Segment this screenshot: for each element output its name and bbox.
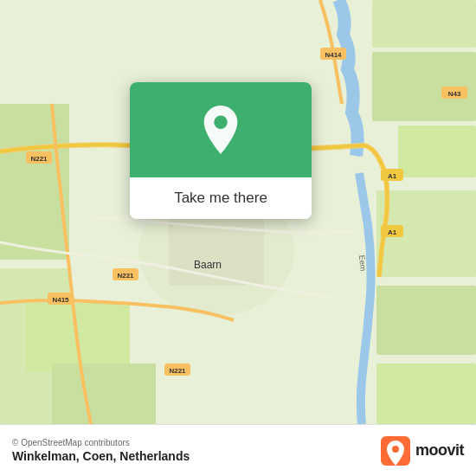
svg-text:N221: N221 (117, 272, 134, 280)
bottom-left-info: © OpenStreetMap contributors Winkelman, … (12, 438, 190, 463)
svg-rect-3 (398, 125, 476, 177)
svg-text:A1: A1 (388, 228, 397, 236)
svg-rect-6 (376, 363, 476, 424)
svg-point-33 (214, 116, 227, 129)
svg-rect-10 (52, 363, 156, 424)
svg-text:Eem: Eem (357, 254, 368, 271)
popup-green-area (130, 82, 312, 177)
svg-rect-5 (376, 286, 476, 355)
svg-text:Baarn: Baarn (194, 259, 222, 271)
popup-card: Take me there (130, 82, 312, 219)
svg-point-35 (392, 446, 399, 453)
svg-text:N221: N221 (30, 155, 48, 163)
take-me-there-button[interactable]: Take me there (130, 177, 312, 219)
svg-rect-2 (372, 0, 476, 48)
svg-text:N221: N221 (169, 367, 186, 375)
moovit-logo: moovit (381, 436, 464, 466)
location-pin-icon (198, 104, 243, 156)
bottom-bar: © OpenStreetMap contributors Winkelman, … (0, 424, 476, 476)
svg-text:N414: N414 (325, 51, 342, 59)
map-container: A1 A1 A1 N221 N221 N221 N414 N415 Eem Ba… (0, 0, 476, 424)
moovit-brand-icon (381, 436, 410, 466)
svg-text:N43: N43 (448, 90, 461, 98)
svg-text:N415: N415 (52, 296, 69, 304)
location-name: Winkelman, Coen, Netherlands (12, 449, 190, 463)
moovit-brand-text: moovit (415, 441, 464, 460)
osm-attribution: © OpenStreetMap contributors (12, 438, 190, 447)
svg-text:A1: A1 (388, 172, 397, 180)
